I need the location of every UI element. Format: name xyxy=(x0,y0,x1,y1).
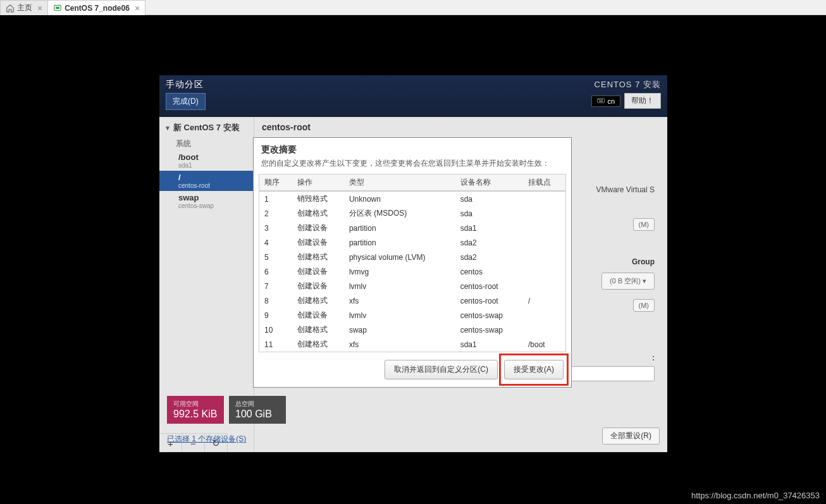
tab-vm-label: CentOS 7_node06 xyxy=(65,4,130,13)
device-name-text: VMware Virtual S xyxy=(596,185,655,194)
cell-type: lvmvg xyxy=(344,264,455,279)
table-row[interactable]: 4创建设备partitionsda2 xyxy=(259,235,565,250)
cell-device: sda xyxy=(455,191,523,206)
table-row[interactable]: 3创建设备partitionsda1 xyxy=(259,221,565,235)
vg-select[interactable]: (0 B 空闲) ▾ xyxy=(601,273,655,290)
cell-type: swap xyxy=(344,323,455,337)
watermark: https://blog.csdn.net/m0_37426353 xyxy=(691,491,820,500)
cell-type: 分区表 (MSDOS) xyxy=(344,206,455,221)
done-button[interactable]: 完成(D) xyxy=(166,93,206,110)
svg-rect-4 xyxy=(600,99,600,100)
cell-device: sda xyxy=(455,206,523,221)
cell-device: centos-swap xyxy=(455,323,523,337)
storage-devices-link[interactable]: 已选择 1 个存储设备(S) xyxy=(167,434,246,445)
free-space-card: 可用空间 992.5 KiB xyxy=(167,396,224,424)
cell-order: 3 xyxy=(259,221,292,235)
cell-device: centos xyxy=(455,264,523,279)
tab-vm[interactable]: CentOS 7_node06 × xyxy=(47,0,145,15)
partition-item-root[interactable]: / centos-root xyxy=(159,171,254,191)
cell-action: 创建设备 xyxy=(292,308,344,323)
close-icon[interactable]: × xyxy=(35,3,42,13)
cell-action: 创建格式 xyxy=(292,293,344,308)
installer-topbar: 手动分区 完成(D) CENTOS 7 安装 cn 帮助！ xyxy=(159,75,667,117)
section-title: 新 CentOS 7 安装 xyxy=(173,122,240,133)
cell-type: lvmlv xyxy=(344,279,455,293)
cell-mount: /boot xyxy=(523,337,565,352)
cell-device: sda1 xyxy=(455,221,523,235)
dialog-subtitle: 您的自定义更改将产生以下变更，这些变更将会在您返回到主菜单并开始安装时生效： xyxy=(254,158,571,174)
table-row[interactable]: 2创建格式分区表 (MSDOS)sda xyxy=(259,206,565,221)
cell-action: 创建格式 xyxy=(292,337,344,352)
table-row[interactable]: 5创建格式physical volume (LVM)sda2 xyxy=(259,250,565,264)
vm-icon xyxy=(53,4,62,13)
free-space-value: 992.5 KiB xyxy=(173,409,218,420)
tab-bar: 主页 × CentOS 7_node06 × xyxy=(0,0,826,15)
reset-all-button[interactable]: 全部重设(R) xyxy=(602,427,660,445)
cell-order: 7 xyxy=(259,279,292,293)
cell-device: centos-root xyxy=(455,279,523,293)
vg-modify-button[interactable]: (M) xyxy=(633,299,655,312)
vg-label: Group xyxy=(632,257,655,266)
cell-mount: / xyxy=(523,293,565,308)
svg-rect-6 xyxy=(602,99,603,100)
cell-device: centos-swap xyxy=(455,308,523,323)
cell-type: partition xyxy=(344,221,455,235)
table-row[interactable]: 8创建格式xfscentos-root/ xyxy=(259,293,565,308)
cell-mount xyxy=(523,206,565,221)
cell-order: 4 xyxy=(259,235,292,250)
table-row[interactable]: 11创建格式xfssda1/boot xyxy=(259,337,565,352)
keyboard-indicator[interactable]: cn xyxy=(591,95,620,107)
help-button[interactable]: 帮助！ xyxy=(624,93,661,109)
cell-mount xyxy=(523,279,565,293)
close-icon[interactable]: × xyxy=(132,3,140,13)
system-subheader: 系统 xyxy=(159,137,254,151)
table-row[interactable]: 6创建设备lvmvgcentos xyxy=(259,264,565,279)
table-row[interactable]: 7创建设备lvmlvcentos-root xyxy=(259,279,565,293)
cell-mount xyxy=(523,191,565,206)
cell-mount xyxy=(523,250,565,264)
modify-button[interactable]: (M) xyxy=(633,218,655,231)
total-space-value: 100 GiB xyxy=(235,409,280,420)
chevron-down-icon: ▼ xyxy=(164,125,171,132)
cell-order: 9 xyxy=(259,308,292,323)
svg-rect-1 xyxy=(56,6,59,9)
change-table: 顺序 操作 类型 设备名称 挂载点 1销毁格式Unknownsda2创建格式分区… xyxy=(259,174,566,352)
cell-type: partition xyxy=(344,235,455,250)
partition-section-header[interactable]: ▼ 新 CentOS 7 安装 xyxy=(159,118,254,137)
keyboard-icon xyxy=(597,97,605,105)
col-device: 设备名称 xyxy=(455,175,523,191)
tab-home[interactable]: 主页 × xyxy=(0,0,48,15)
table-row[interactable]: 10创建格式swapcentos-swap xyxy=(259,323,565,337)
cancel-button[interactable]: 取消并返回到自定义分区(C) xyxy=(385,360,498,379)
cell-device: sda2 xyxy=(455,250,523,264)
cell-type: xfs xyxy=(344,337,455,352)
text-field[interactable] xyxy=(566,366,655,381)
col-mount: 挂载点 xyxy=(523,175,565,191)
col-action: 操作 xyxy=(292,175,344,191)
partition-item-swap[interactable]: swap centos-swap xyxy=(159,191,254,211)
cell-action: 创建格式 xyxy=(292,206,344,221)
partition-item-boot[interactable]: /boot sda1 xyxy=(159,151,254,171)
table-row[interactable]: 9创建设备lvmlvcentos-swap xyxy=(259,308,565,323)
cell-order: 2 xyxy=(259,206,292,221)
svg-rect-5 xyxy=(601,99,601,100)
detail-title: centos-root xyxy=(262,122,660,132)
cell-order: 10 xyxy=(259,323,292,337)
cell-order: 6 xyxy=(259,264,292,279)
cell-device: sda2 xyxy=(455,235,523,250)
tab-home-label: 主页 xyxy=(17,3,32,13)
cell-mount xyxy=(523,235,565,250)
footer: 可用空间 992.5 KiB 总空间 100 GiB 已选择 1 个存储设备(S… xyxy=(167,396,660,445)
cell-mount xyxy=(523,221,565,235)
keyboard-layout: cn xyxy=(607,97,615,105)
accept-changes-button[interactable]: 接受更改(A) xyxy=(504,360,564,379)
cell-order: 8 xyxy=(259,293,292,308)
cell-action: 销毁格式 xyxy=(292,191,344,206)
page-title: 手动分区 xyxy=(166,79,206,90)
table-row[interactable]: 1销毁格式Unknownsda xyxy=(259,191,565,206)
total-space-card: 总空间 100 GiB xyxy=(229,396,286,424)
cell-type: Unknown xyxy=(344,191,455,206)
cell-mount xyxy=(523,323,565,337)
colon-label: : xyxy=(652,353,655,362)
cell-type: physical volume (LVM) xyxy=(344,250,455,264)
